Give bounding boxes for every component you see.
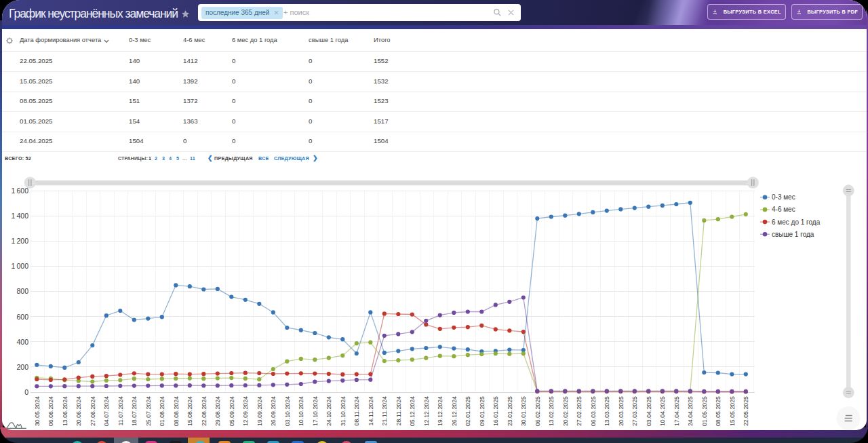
svg-text:05.09.2024: 05.09.2024 (229, 396, 235, 426)
svg-text:0: 0 (24, 388, 28, 396)
svg-text:1 400: 1 400 (12, 212, 29, 220)
svg-text:600: 600 (16, 313, 28, 321)
svg-text:17.04.2025: 17.04.2025 (673, 396, 680, 426)
svg-text:01.05.2025: 01.05.2025 (701, 396, 708, 426)
svg-text:23.01.2025: 23.01.2025 (507, 396, 513, 426)
svg-text:30.05.2024: 30.05.2024 (34, 396, 41, 426)
svg-text:21.11.2024: 21.11.2024 (381, 396, 388, 425)
svg-text:27.02.2025: 27.02.2025 (576, 396, 583, 426)
svg-text:04.07.2024: 04.07.2024 (103, 396, 110, 426)
svg-text:22.08.2024: 22.08.2024 (201, 396, 208, 426)
svg-text:0-3 мес: 0-3 мес (772, 193, 795, 201)
svg-text:15.08.2024: 15.08.2024 (186, 396, 193, 426)
svg-text:06.03.2025: 06.03.2025 (590, 396, 597, 426)
svg-text:11.07.2024: 11.07.2024 (117, 396, 124, 425)
svg-text:24.04.2025: 24.04.2025 (687, 396, 694, 426)
svg-text:13.02.2025: 13.02.2025 (548, 396, 555, 426)
svg-text:24.10.2024: 24.10.2024 (326, 396, 332, 426)
svg-text:20.03.2025: 20.03.2025 (618, 396, 625, 426)
svg-text:19.09.2024: 19.09.2024 (256, 396, 263, 426)
svg-text:06.06.2024: 06.06.2024 (47, 396, 54, 426)
svg-text:08.11.2024: 08.11.2024 (353, 396, 360, 425)
svg-text:06.02.2025: 06.02.2025 (534, 396, 541, 426)
svg-text:03.10.2024: 03.10.2024 (284, 396, 291, 426)
svg-text:1 000: 1 000 (12, 262, 29, 270)
svg-text:800: 800 (16, 287, 28, 295)
svg-text:26.12.2024: 26.12.2024 (451, 396, 458, 426)
svg-text:09.01.2025: 09.01.2025 (479, 396, 486, 426)
svg-text:12.09.2024: 12.09.2024 (242, 396, 249, 426)
svg-text:14.11.2024: 14.11.2024 (368, 396, 374, 425)
svg-text:16.01.2025: 16.01.2025 (492, 396, 499, 426)
svg-text:12.12.2024: 12.12.2024 (423, 396, 430, 426)
svg-text:30.01.2025: 30.01.2025 (520, 396, 527, 426)
svg-text:1 200: 1 200 (12, 237, 29, 245)
svg-text:свыше 1 года: свыше 1 года (772, 231, 814, 238)
svg-text:05.12.2024: 05.12.2024 (409, 396, 416, 426)
svg-text:17.10.2024: 17.10.2024 (312, 396, 319, 426)
svg-text:18.07.2024: 18.07.2024 (131, 396, 138, 426)
svg-text:01.08.2024: 01.08.2024 (159, 396, 165, 426)
svg-text:31.10.2024: 31.10.2024 (340, 396, 347, 426)
svg-text:20.06.2024: 20.06.2024 (75, 396, 82, 426)
svg-text:10.04.2025: 10.04.2025 (659, 396, 666, 426)
svg-text:22.05.2025: 22.05.2025 (743, 396, 749, 426)
svg-text:25.07.2024: 25.07.2024 (145, 396, 152, 426)
svg-text:29.08.2024: 29.08.2024 (214, 396, 221, 426)
svg-text:27.06.2024: 27.06.2024 (90, 396, 96, 426)
svg-text:28.11.2024: 28.11.2024 (395, 396, 402, 425)
svg-text:15.05.2025: 15.05.2025 (729, 396, 736, 426)
svg-text:10.10.2024: 10.10.2024 (298, 396, 304, 426)
svg-text:1 600: 1 600 (12, 187, 29, 195)
svg-text:20.02.2025: 20.02.2025 (562, 396, 569, 426)
svg-text:08.05.2025: 08.05.2025 (715, 396, 722, 426)
svg-text:13.06.2024: 13.06.2024 (62, 396, 68, 426)
svg-text:03.04.2025: 03.04.2025 (646, 396, 652, 426)
svg-text:02.01.2025: 02.01.2025 (465, 396, 471, 426)
svg-text:26.09.2024: 26.09.2024 (270, 396, 277, 426)
svg-text:27.03.2025: 27.03.2025 (631, 396, 638, 426)
svg-text:13.03.2025: 13.03.2025 (604, 396, 610, 426)
svg-text:200: 200 (16, 363, 28, 371)
svg-text:08.08.2024: 08.08.2024 (173, 396, 180, 426)
svg-text:6 мес до 1 года: 6 мес до 1 года (772, 218, 821, 226)
svg-text:400: 400 (16, 338, 28, 346)
svg-text:19.12.2024: 19.12.2024 (437, 396, 443, 426)
svg-text:4-6 мес: 4-6 мес (772, 206, 795, 213)
